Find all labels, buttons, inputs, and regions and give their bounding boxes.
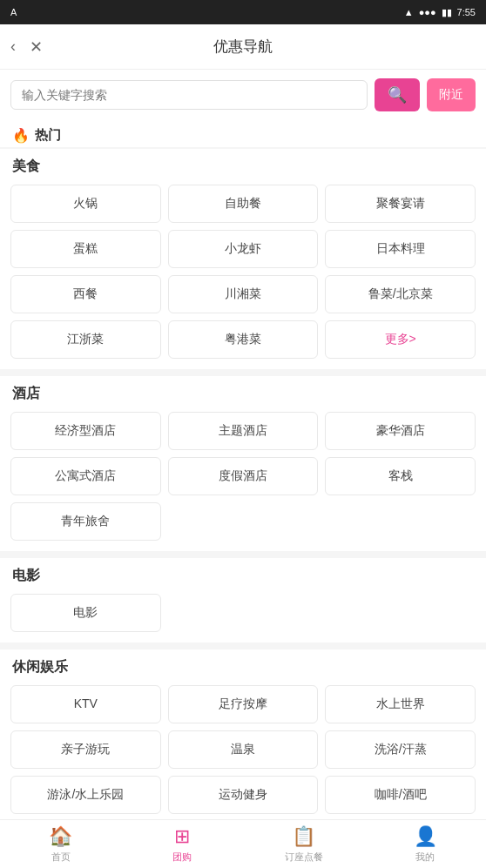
food-grid: 火锅 自助餐 聚餐宴请 蛋糕 小龙虾 日本料理 西餐 川湘菜 鲁菜/北京菜 江浙… (10, 185, 476, 359)
movie-section: 电影 电影 (0, 558, 486, 643)
list-item[interactable]: 江浙菜 (10, 320, 161, 359)
food-title: 美食 (10, 158, 476, 176)
list-item[interactable]: KTV (10, 685, 161, 723)
list-item[interactable]: 日本料理 (325, 230, 476, 268)
list-item[interactable]: 温泉 (168, 730, 319, 769)
page-title: 优惠导航 (213, 37, 273, 57)
hotel-grid: 经济型酒店 主题酒店 豪华酒店 公寓式酒店 度假酒店 客栈 青年旅舍 (10, 412, 476, 541)
home-icon: 🏠 (49, 825, 72, 848)
fire-icon: 🔥 (12, 127, 30, 144)
header-left: ‹ ✕ (10, 37, 43, 57)
nav-mine[interactable]: 👤 我的 (365, 820, 487, 868)
list-item[interactable]: 度假酒店 (168, 457, 319, 495)
header: ‹ ✕ 优惠导航 (0, 24, 486, 70)
nav-order[interactable]: 📋 订座点餐 (243, 820, 365, 868)
nearby-button[interactable]: 附近 (427, 78, 476, 111)
back-button[interactable]: ‹ (10, 37, 16, 56)
list-item[interactable]: 粤港菜 (168, 320, 319, 359)
placeholder-item (168, 594, 319, 632)
signal-icon: ●●● (419, 7, 436, 17)
time-display: 7:55 (457, 7, 476, 17)
wifi-icon: ▲ (404, 7, 414, 17)
list-item[interactable]: 西餐 (10, 275, 161, 313)
nav-mine-label: 我的 (415, 851, 435, 864)
list-item[interactable]: 洗浴/汗蒸 (325, 730, 476, 769)
list-item[interactable]: 青年旅舍 (10, 502, 161, 541)
group-buy-icon: ⊞ (174, 825, 190, 848)
close-button[interactable]: ✕ (30, 37, 43, 57)
search-bar: 🔍 附近 (0, 70, 486, 120)
order-icon: 📋 (292, 825, 315, 848)
list-item[interactable]: 电影 (10, 594, 161, 632)
hot-section: 🔥 热门 (0, 120, 486, 147)
list-item[interactable]: 聚餐宴请 (325, 185, 476, 223)
movie-grid: 电影 (10, 594, 476, 632)
food-more-button[interactable]: 更多> (325, 320, 476, 359)
list-item[interactable]: 豪华酒店 (325, 412, 476, 450)
bottom-nav: 🏠 首页 ⊞ 团购 📋 订座点餐 👤 我的 (0, 819, 486, 868)
list-item[interactable]: 水上世界 (325, 685, 476, 723)
app-label: A (10, 7, 17, 17)
placeholder-item (325, 594, 476, 632)
nav-order-label: 订座点餐 (285, 851, 323, 864)
list-item[interactable]: 咖啡/酒吧 (325, 776, 476, 814)
list-item[interactable]: 小龙虾 (168, 230, 319, 268)
nav-group-buy-label: 团购 (172, 851, 192, 864)
list-item[interactable]: 火锅 (10, 185, 161, 223)
list-item[interactable]: 客栈 (325, 457, 476, 495)
search-icon: 🔍 (388, 85, 407, 104)
nav-home-label: 首页 (51, 851, 71, 864)
user-icon: 👤 (414, 825, 437, 848)
status-right: ▲ ●●● ▮▮ 7:55 (404, 7, 476, 18)
list-item[interactable]: 运动健身 (168, 776, 319, 814)
hotel-section: 酒店 经济型酒店 主题酒店 豪华酒店 公寓式酒店 度假酒店 客栈 青年旅舍 (0, 376, 486, 551)
placeholder-item (168, 502, 319, 541)
placeholder-item (325, 502, 476, 541)
nav-home[interactable]: 🏠 首页 (0, 820, 122, 868)
list-item[interactable]: 亲子游玩 (10, 730, 161, 769)
list-item[interactable]: 川湘菜 (168, 275, 319, 313)
main-content: 🔥 热门 美食 火锅 自助餐 聚餐宴请 蛋糕 小龙虾 日本料理 西餐 川湘菜 鲁… (0, 120, 486, 868)
list-item[interactable]: 蛋糕 (10, 230, 161, 268)
search-input[interactable] (10, 80, 368, 110)
food-section: 美食 火锅 自助餐 聚餐宴请 蛋糕 小龙虾 日本料理 西餐 川湘菜 鲁菜/北京菜… (0, 149, 486, 369)
list-item[interactable]: 公寓式酒店 (10, 457, 161, 495)
hot-label: 热门 (35, 127, 61, 144)
list-item[interactable]: 鲁菜/北京菜 (325, 275, 476, 313)
list-item[interactable]: 游泳/水上乐园 (10, 776, 161, 814)
battery-icon: ▮▮ (442, 7, 452, 18)
list-item[interactable]: 足疗按摩 (168, 685, 319, 723)
status-bar: A ▲ ●●● ▮▮ 7:55 (0, 0, 486, 24)
movie-title: 电影 (10, 567, 476, 585)
search-button[interactable]: 🔍 (375, 78, 420, 111)
list-item[interactable]: 自助餐 (168, 185, 319, 223)
hotel-title: 酒店 (10, 385, 476, 403)
leisure-title: 休闲娱乐 (10, 658, 476, 676)
status-left: A (10, 7, 17, 17)
list-item[interactable]: 主题酒店 (168, 412, 319, 450)
nav-group-buy[interactable]: ⊞ 团购 (122, 820, 244, 868)
list-item[interactable]: 经济型酒店 (10, 412, 161, 450)
